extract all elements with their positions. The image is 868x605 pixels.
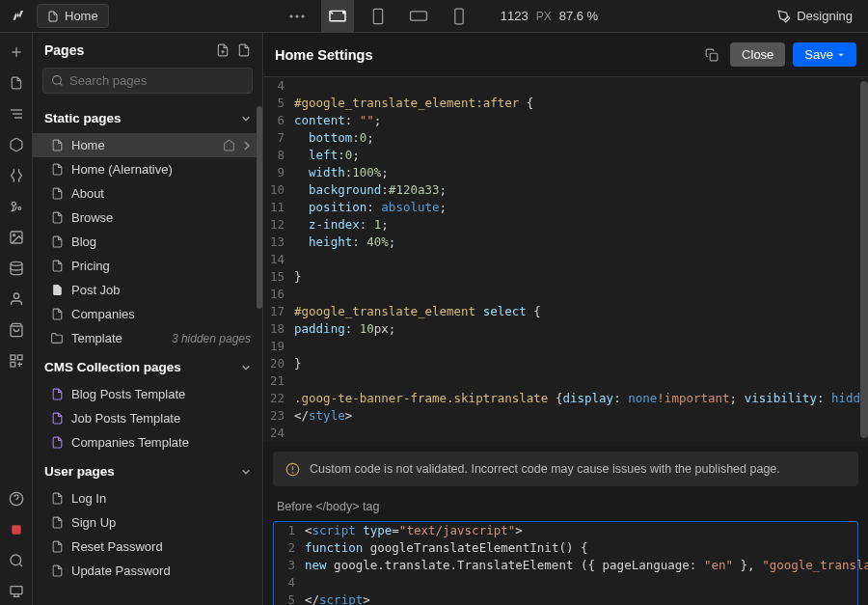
brush-icon [777, 10, 791, 23]
page-icon [50, 211, 64, 225]
page-item[interactable]: Blog [33, 230, 262, 254]
content-header: Home Settings Close Save [263, 33, 868, 77]
page-label: About [71, 186, 104, 201]
content-title: Home Settings [275, 47, 373, 63]
svg-point-1 [295, 14, 298, 17]
topbar: Home 1123 PX 87.6 % Designing [0, 0, 868, 33]
page-item[interactable]: Companies Template [33, 430, 262, 454]
search-pages-input[interactable] [42, 68, 253, 94]
page-icon [50, 139, 64, 152]
new-folder-button[interactable] [237, 42, 251, 58]
add-element-button[interactable] [3, 39, 30, 66]
page-item[interactable]: Sign Up [33, 510, 262, 535]
save-button[interactable]: Save [793, 42, 856, 67]
svg-rect-22 [11, 362, 15, 367]
body-code-editor[interactable]: 1<script type="text/javscript">2function… [273, 521, 858, 605]
svg-point-13 [12, 202, 15, 206]
head-code-editor[interactable]: 45#google_translate_element:after {6cont… [263, 77, 868, 442]
page-item[interactable]: Blog Posts Template [33, 382, 262, 406]
section-head-static[interactable]: Static pages [33, 101, 262, 133]
copy-button[interactable] [705, 47, 719, 63]
pages-panel-button[interactable] [3, 69, 30, 96]
content-scrollbar[interactable] [860, 81, 868, 467]
sidebar-title: Pages [44, 42, 84, 58]
video-button[interactable] [3, 516, 30, 543]
variables-button[interactable] [3, 162, 30, 189]
mobile-portrait-button[interactable] [443, 0, 475, 33]
assets-button[interactable] [3, 224, 30, 251]
svg-rect-7 [455, 9, 463, 24]
section-head-user[interactable]: User pages [33, 454, 262, 486]
canvas-width-value: 1123 [501, 9, 529, 23]
search-button[interactable] [3, 547, 30, 574]
page-icon [50, 308, 64, 321]
page-label: Companies [71, 307, 135, 321]
page-icon [50, 260, 64, 273]
chevron-down-icon [837, 51, 845, 59]
chevron-down-icon [241, 115, 251, 123]
chevron-down-icon [241, 364, 251, 371]
page-item[interactable]: Template3 hidden pages [33, 326, 262, 350]
page-selector-button[interactable]: Home [37, 4, 109, 28]
page-icon [50, 492, 64, 506]
sidebar-header: Pages [33, 33, 262, 68]
topbar-center: 1123 PX 87.6 % [119, 0, 760, 33]
new-page-button[interactable] [216, 42, 230, 58]
svg-point-14 [18, 207, 21, 210]
page-item[interactable]: Pricing [33, 254, 262, 278]
svg-point-17 [11, 261, 22, 265]
page-item[interactable]: Home [33, 133, 262, 157]
webflow-logo-icon[interactable] [8, 7, 27, 26]
page-item[interactable]: Home (Alernative) [33, 157, 262, 181]
designing-mode-button[interactable]: Designing [770, 5, 860, 27]
components-button[interactable] [3, 131, 30, 158]
help-button[interactable] [3, 485, 30, 512]
desktop-breakpoint-button[interactable] [321, 0, 354, 33]
page-item[interactable]: Log In [33, 486, 262, 510]
page-icon [50, 163, 64, 177]
styles-button[interactable] [3, 193, 30, 220]
svg-point-2 [301, 14, 304, 17]
close-button[interactable]: Close [730, 42, 785, 67]
page-item[interactable]: Post Job [33, 278, 262, 302]
users-button[interactable] [3, 286, 30, 313]
page-icon [50, 284, 64, 297]
page-label: Companies Template [71, 435, 189, 450]
section-head-cms[interactable]: CMS Collection pages [33, 350, 262, 382]
warning-text: Custom code is not validated. Incorrect … [310, 462, 780, 476]
page-label: Job Posts Template [71, 411, 180, 426]
svg-point-38 [292, 472, 293, 473]
px-label: PX [536, 10, 552, 23]
page-item[interactable]: Companies [33, 302, 262, 326]
cms-button[interactable] [3, 255, 30, 282]
audit-button[interactable] [3, 578, 30, 605]
page-item[interactable]: About [33, 181, 262, 206]
page-item[interactable]: Reset Password [33, 535, 262, 559]
chevron-right-icon [243, 140, 251, 151]
warning-icon [285, 461, 300, 477]
navigator-button[interactable] [3, 100, 30, 127]
canvas-size-display[interactable]: 1123 PX 87.6 % [501, 9, 598, 23]
search-icon [51, 74, 64, 87]
page-label: Blog [71, 234, 96, 249]
page-item[interactable]: Update Password [33, 559, 262, 583]
page-label: Sign Up [71, 515, 116, 530]
page-label: Template [71, 331, 122, 345]
svg-point-4 [342, 12, 344, 14]
page-label: Reset Password [71, 539, 163, 554]
apps-button[interactable] [3, 347, 30, 374]
page-item[interactable]: Job Posts Template [33, 406, 262, 430]
mobile-landscape-button[interactable] [402, 0, 435, 33]
cms-page-icon [50, 412, 64, 426]
pages-sidebar: Pages Static pagesHomeHome (Alernative)A… [33, 33, 263, 605]
page-item[interactable]: Browse [33, 206, 262, 230]
svg-point-16 [13, 234, 14, 236]
more-options-button[interactable] [281, 0, 313, 33]
sidebar-scrollbar[interactable] [257, 106, 262, 376]
page-label: Log In [71, 491, 106, 506]
hidden-pages-note: 3 hidden pages [172, 332, 251, 345]
tablet-breakpoint-button[interactable] [362, 0, 394, 33]
ecommerce-button[interactable] [3, 316, 30, 344]
svg-rect-30 [11, 587, 22, 594]
code-warning-bar: Custom code is not validated. Incorrect … [273, 452, 858, 486]
